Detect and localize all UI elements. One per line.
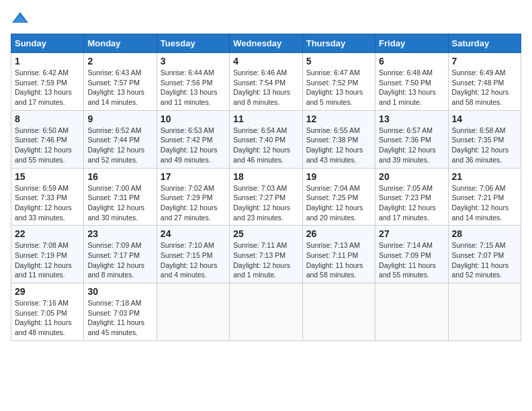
day-detail: Sunrise: 7:13 AM Sunset: 7:11 PM Dayligh…	[306, 240, 371, 280]
calendar-cell: 9Sunrise: 6:52 AM Sunset: 7:44 PM Daylig…	[84, 110, 157, 168]
calendar-cell: 18Sunrise: 7:03 AM Sunset: 7:27 PM Dayli…	[230, 168, 302, 226]
day-detail: Sunrise: 7:04 AM Sunset: 7:25 PM Dayligh…	[306, 183, 371, 223]
day-detail: Sunrise: 6:46 AM Sunset: 7:54 PM Dayligh…	[233, 68, 298, 107]
day-detail: Sunrise: 7:02 AM Sunset: 7:29 PM Dayligh…	[161, 183, 226, 223]
day-number: 30	[87, 286, 152, 297]
day-number: 7	[452, 56, 517, 66]
calendar-cell	[448, 283, 521, 341]
calendar-cell: 29Sunrise: 7:16 AM Sunset: 7:05 PM Dayli…	[11, 283, 84, 341]
day-detail: Sunrise: 7:18 AM Sunset: 7:03 PM Dayligh…	[87, 298, 152, 338]
day-number: 9	[87, 113, 152, 124]
day-number: 13	[379, 113, 444, 124]
day-number: 25	[233, 228, 298, 239]
day-detail: Sunrise: 6:58 AM Sunset: 7:35 PM Dayligh…	[452, 126, 517, 165]
column-header-wednesday: Wednesday	[230, 34, 302, 53]
calendar-cell: 11Sunrise: 6:54 AM Sunset: 7:40 PM Dayli…	[230, 110, 302, 168]
calendar-cell: 27Sunrise: 7:14 AM Sunset: 7:09 PM Dayli…	[375, 226, 448, 283]
calendar-cell: 28Sunrise: 7:15 AM Sunset: 7:07 PM Dayli…	[448, 226, 521, 283]
day-detail: Sunrise: 7:00 AM Sunset: 7:31 PM Dayligh…	[87, 183, 152, 223]
calendar-cell: 10Sunrise: 6:53 AM Sunset: 7:42 PM Dayli…	[157, 110, 229, 168]
day-number: 8	[15, 113, 80, 124]
day-detail: Sunrise: 7:16 AM Sunset: 7:05 PM Dayligh…	[15, 298, 80, 338]
day-detail: Sunrise: 7:08 AM Sunset: 7:19 PM Dayligh…	[15, 240, 80, 280]
calendar-cell: 14Sunrise: 6:58 AM Sunset: 7:35 PM Dayli…	[448, 110, 521, 168]
logo	[11, 11, 32, 26]
calendar-week-row: 29Sunrise: 7:16 AM Sunset: 7:05 PM Dayli…	[11, 283, 521, 341]
column-header-monday: Monday	[84, 34, 157, 53]
day-detail: Sunrise: 6:47 AM Sunset: 7:52 PM Dayligh…	[306, 68, 371, 107]
day-number: 14	[452, 113, 517, 124]
day-detail: Sunrise: 7:09 AM Sunset: 7:17 PM Dayligh…	[87, 240, 152, 280]
day-detail: Sunrise: 7:15 AM Sunset: 7:07 PM Dayligh…	[452, 240, 517, 280]
calendar-cell: 26Sunrise: 7:13 AM Sunset: 7:11 PM Dayli…	[302, 226, 375, 283]
day-number: 28	[452, 228, 517, 239]
calendar-cell: 20Sunrise: 7:05 AM Sunset: 7:23 PM Dayli…	[375, 168, 448, 226]
day-detail: Sunrise: 7:03 AM Sunset: 7:27 PM Dayligh…	[233, 183, 298, 223]
day-number: 26	[306, 228, 371, 239]
day-number: 1	[15, 56, 80, 66]
day-detail: Sunrise: 6:42 AM Sunset: 7:59 PM Dayligh…	[15, 68, 80, 107]
day-number: 2	[87, 56, 152, 66]
day-detail: Sunrise: 6:50 AM Sunset: 7:46 PM Dayligh…	[15, 126, 80, 165]
calendar-cell: 4Sunrise: 6:46 AM Sunset: 7:54 PM Daylig…	[230, 53, 302, 111]
day-number: 19	[306, 171, 371, 182]
calendar-cell: 17Sunrise: 7:02 AM Sunset: 7:29 PM Dayli…	[157, 168, 229, 226]
day-number: 23	[87, 228, 152, 239]
column-header-friday: Friday	[375, 34, 448, 53]
day-number: 27	[379, 228, 444, 239]
calendar-cell: 1Sunrise: 6:42 AM Sunset: 7:59 PM Daylig…	[11, 53, 84, 111]
calendar-cell: 12Sunrise: 6:55 AM Sunset: 7:38 PM Dayli…	[302, 110, 375, 168]
day-detail: Sunrise: 6:55 AM Sunset: 7:38 PM Dayligh…	[306, 126, 371, 165]
calendar-cell: 2Sunrise: 6:43 AM Sunset: 7:57 PM Daylig…	[84, 53, 157, 111]
calendar-cell	[375, 283, 448, 341]
day-number: 11	[233, 113, 298, 124]
calendar-header-row: SundayMondayTuesdayWednesdayThursdayFrid…	[11, 34, 521, 53]
calendar-cell: 22Sunrise: 7:08 AM Sunset: 7:19 PM Dayli…	[11, 226, 84, 283]
calendar-cell: 30Sunrise: 7:18 AM Sunset: 7:03 PM Dayli…	[84, 283, 157, 341]
day-number: 24	[161, 228, 226, 239]
column-header-tuesday: Tuesday	[157, 34, 229, 53]
calendar-cell: 19Sunrise: 7:04 AM Sunset: 7:25 PM Dayli…	[302, 168, 375, 226]
page-header	[11, 11, 521, 26]
calendar-cell: 8Sunrise: 6:50 AM Sunset: 7:46 PM Daylig…	[11, 110, 84, 168]
day-number: 4	[233, 56, 298, 66]
day-detail: Sunrise: 6:57 AM Sunset: 7:36 PM Dayligh…	[379, 126, 444, 165]
day-number: 20	[379, 171, 444, 182]
column-header-saturday: Saturday	[448, 34, 521, 53]
day-detail: Sunrise: 6:48 AM Sunset: 7:50 PM Dayligh…	[379, 68, 444, 107]
day-number: 5	[306, 56, 371, 66]
day-detail: Sunrise: 7:05 AM Sunset: 7:23 PM Dayligh…	[379, 183, 444, 223]
day-detail: Sunrise: 7:10 AM Sunset: 7:15 PM Dayligh…	[161, 240, 226, 280]
day-detail: Sunrise: 6:49 AM Sunset: 7:48 PM Dayligh…	[452, 68, 517, 107]
day-number: 12	[306, 113, 371, 124]
day-detail: Sunrise: 6:59 AM Sunset: 7:33 PM Dayligh…	[15, 183, 80, 223]
calendar-cell: 6Sunrise: 6:48 AM Sunset: 7:50 PM Daylig…	[375, 53, 448, 111]
calendar-week-row: 1Sunrise: 6:42 AM Sunset: 7:59 PM Daylig…	[11, 53, 521, 111]
day-detail: Sunrise: 6:52 AM Sunset: 7:44 PM Dayligh…	[87, 126, 152, 165]
calendar-cell: 7Sunrise: 6:49 AM Sunset: 7:48 PM Daylig…	[448, 53, 521, 111]
calendar-cell	[157, 283, 229, 341]
calendar-cell: 25Sunrise: 7:11 AM Sunset: 7:13 PM Dayli…	[230, 226, 302, 283]
day-number: 3	[161, 56, 226, 66]
logo-icon	[11, 11, 30, 26]
day-detail: Sunrise: 7:11 AM Sunset: 7:13 PM Dayligh…	[233, 240, 298, 280]
column-header-thursday: Thursday	[302, 34, 375, 53]
day-detail: Sunrise: 6:53 AM Sunset: 7:42 PM Dayligh…	[161, 126, 226, 165]
day-number: 15	[15, 171, 80, 182]
calendar-cell	[230, 283, 302, 341]
day-number: 16	[87, 171, 152, 182]
calendar-cell: 13Sunrise: 6:57 AM Sunset: 7:36 PM Dayli…	[375, 110, 448, 168]
calendar-cell	[302, 283, 375, 341]
day-number: 21	[452, 171, 517, 182]
calendar-cell: 24Sunrise: 7:10 AM Sunset: 7:15 PM Dayli…	[157, 226, 229, 283]
calendar-week-row: 22Sunrise: 7:08 AM Sunset: 7:19 PM Dayli…	[11, 226, 521, 283]
day-detail: Sunrise: 7:14 AM Sunset: 7:09 PM Dayligh…	[379, 240, 444, 280]
day-number: 10	[161, 113, 226, 124]
column-header-sunday: Sunday	[11, 34, 84, 53]
day-number: 29	[15, 286, 80, 297]
day-number: 22	[15, 228, 80, 239]
calendar-week-row: 15Sunrise: 6:59 AM Sunset: 7:33 PM Dayli…	[11, 168, 521, 226]
calendar-week-row: 8Sunrise: 6:50 AM Sunset: 7:46 PM Daylig…	[11, 110, 521, 168]
day-number: 18	[233, 171, 298, 182]
calendar-cell: 5Sunrise: 6:47 AM Sunset: 7:52 PM Daylig…	[302, 53, 375, 111]
